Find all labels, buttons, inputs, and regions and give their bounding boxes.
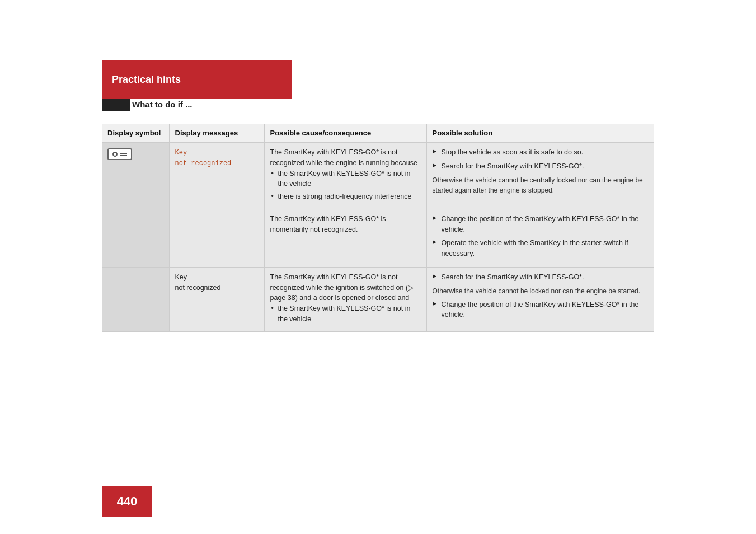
section-heading: What to do if ... bbox=[132, 99, 192, 111]
cause-bullet-item: the SmartKey with KEYLESS-GO* is not in … bbox=[270, 168, 421, 190]
main-table-area: Display symbol Display messages Possible… bbox=[102, 124, 654, 456]
solution-cell-3: Search for the SmartKey with KEYLESS-GO*… bbox=[426, 267, 654, 331]
message-text-key: Key bbox=[175, 149, 187, 157]
symbol-cell-1 bbox=[102, 142, 169, 267]
solution-arrow-item: Search for the SmartKey with KEYLESS-GO*… bbox=[433, 272, 649, 283]
solution-arrow-item: Stop the vehicle as soon as it is safe t… bbox=[433, 147, 649, 158]
cause-bullet-list-1: the SmartKey with KEYLESS-GO* is not in … bbox=[270, 168, 421, 202]
cause-text-2: The SmartKey with KEYLESS-GO* is momenta… bbox=[270, 214, 421, 235]
cause-cell-1: The SmartKey with KEYLESS-GO* is not rec… bbox=[264, 142, 426, 209]
banner-title: Practical hints bbox=[112, 74, 181, 86]
solution-arrow-list-1: Stop the vehicle as soon as it is safe t… bbox=[433, 147, 649, 172]
solution-cell-2: Change the position of the SmartKey with… bbox=[426, 209, 654, 267]
solution-arrow-item: Search for the SmartKey with KEYLESS-GO*… bbox=[433, 161, 649, 172]
solution-arrow-item: Operate the vehicle with the SmartKey in… bbox=[433, 238, 649, 259]
cause-cell-2: The SmartKey with KEYLESS-GO* is momenta… bbox=[264, 209, 426, 267]
cause-bullet-item: there is strong radio-frequency interfer… bbox=[270, 191, 421, 202]
table-row: The SmartKey with KEYLESS-GO* is momenta… bbox=[102, 209, 654, 267]
table-header-row: Display symbol Display messages Possible… bbox=[102, 124, 654, 142]
data-table: Display symbol Display messages Possible… bbox=[102, 124, 654, 332]
solution-arrow-list-3: Search for the SmartKey with KEYLESS-GO*… bbox=[433, 272, 649, 283]
col-header-messages: Display messages bbox=[169, 124, 264, 142]
col-header-cause: Possible cause/consequence bbox=[264, 124, 426, 142]
solution-arrow-list-3b: Change the position of the SmartKey with… bbox=[433, 299, 649, 321]
section-black-bar bbox=[102, 99, 130, 111]
solution-note-3a: Otherwise the vehicle cannot be locked n… bbox=[433, 286, 649, 296]
message-cell-3: Key not recognized bbox=[169, 267, 264, 331]
message-text-key2: Key bbox=[175, 273, 187, 281]
page-number: 440 bbox=[117, 494, 138, 509]
solution-note-1: Otherwise the vehicle cannot be centrall… bbox=[433, 175, 649, 195]
page-number-area: 440 bbox=[102, 486, 152, 517]
symbol-circle-icon bbox=[112, 152, 118, 157]
key-display-symbol bbox=[107, 148, 132, 160]
solution-arrow-list-2: Change the position of the SmartKey with… bbox=[433, 214, 649, 259]
cause-bullet-item: the SmartKey with KEYLESS-GO* is not in … bbox=[270, 303, 421, 325]
message-cell-1: Key not recognized bbox=[169, 142, 264, 209]
col-header-symbol: Display symbol bbox=[102, 124, 169, 142]
solution-arrow-item: Change the position of the SmartKey with… bbox=[433, 299, 649, 321]
solution-cell-1: Stop the vehicle as soon as it is safe t… bbox=[426, 142, 654, 209]
cause-bullet-list-3: the SmartKey with KEYLESS-GO* is not in … bbox=[270, 303, 421, 325]
col-header-solution: Possible solution bbox=[426, 124, 654, 142]
cause-text-3: The SmartKey with KEYLESS-GO* is not rec… bbox=[270, 272, 421, 303]
symbol-lines-icon bbox=[120, 153, 127, 156]
message-text-not-recognized: not recognized bbox=[175, 160, 232, 167]
message-cell-2 bbox=[169, 209, 264, 267]
section-banner: Practical hints bbox=[102, 60, 292, 99]
table-row: Key not recognized The SmartKey with KEY… bbox=[102, 142, 654, 209]
cause-cell-3: The SmartKey with KEYLESS-GO* is not rec… bbox=[264, 267, 426, 331]
solution-arrow-item: Change the position of the SmartKey with… bbox=[433, 214, 649, 235]
cause-text-1: The SmartKey with KEYLESS-GO* is not rec… bbox=[270, 147, 421, 168]
message-text-not-recognized2: not recognized bbox=[175, 284, 221, 292]
table-row: Key not recognized The SmartKey with KEY… bbox=[102, 267, 654, 331]
symbol-cell-3 bbox=[102, 267, 169, 331]
